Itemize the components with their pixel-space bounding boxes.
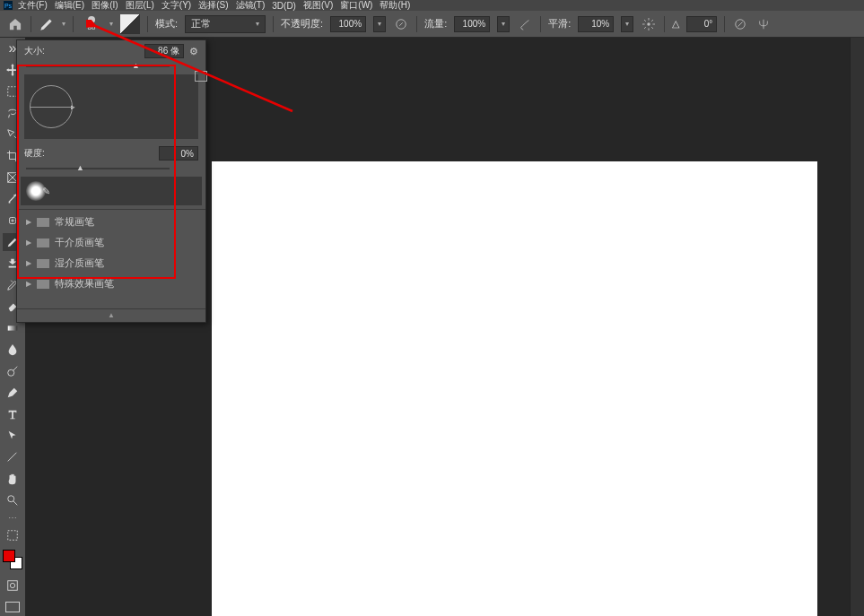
options-bar: ▾ 86 ▾ 模式: 正常 ▾ 不透明度: 100% ▾ 流量: 100% ▾ …	[0, 11, 864, 38]
folder-icon	[37, 239, 49, 247]
tool-hand[interactable]	[3, 470, 22, 488]
color-swatches[interactable]	[3, 550, 22, 569]
right-rail[interactable]	[850, 38, 864, 616]
symmetry-icon[interactable]	[755, 16, 772, 32]
tool-blur[interactable]	[3, 341, 22, 359]
folder-label: 干介质画笔	[55, 236, 104, 249]
tool-shape[interactable]	[3, 448, 22, 466]
menu-bar: Ps 文件(F) 编辑(E) 图像(I) 图层(L) 文字(Y) 选择(S) 滤…	[0, 0, 864, 11]
separator	[416, 16, 417, 32]
brush-preset-panel: 大小: 86 像 ⚙ ▲ ▸ 硬度: 0% ▲ ✎ ▶ 常规画笔 ▶ 干介质画笔…	[16, 39, 206, 323]
hardness-input[interactable]: 0%	[159, 146, 198, 161]
folder-icon	[37, 259, 49, 268]
smoothing-label: 平滑:	[548, 17, 571, 30]
menu-3d[interactable]: 3D(D)	[272, 1, 296, 11]
brush-panel-toggle-icon[interactable]	[120, 14, 140, 34]
brush-folder[interactable]: ▶ 干介质画笔	[17, 232, 205, 253]
flow-chevron[interactable]: ▾	[497, 16, 510, 32]
app-icon: Ps	[4, 1, 13, 10]
tool-dodge[interactable]	[3, 362, 22, 380]
folder-icon	[37, 280, 49, 289]
svg-rect-6	[8, 325, 18, 330]
opacity-input[interactable]: 100%	[330, 16, 366, 32]
tool-path-select[interactable]	[3, 427, 22, 445]
svg-point-11	[10, 583, 14, 587]
svg-point-1	[648, 22, 651, 26]
tool-preset-chevron[interactable]: ▾	[62, 20, 65, 28]
smoothing-gear-icon[interactable]	[641, 16, 657, 32]
chevron-right-icon: ▶	[26, 280, 31, 288]
svg-rect-9	[8, 531, 18, 541]
separator	[724, 16, 725, 32]
flow-label: 流量:	[424, 17, 447, 30]
opacity-label: 不透明度:	[281, 17, 323, 30]
brush-preview: ✎	[21, 177, 202, 205]
separator	[73, 16, 74, 32]
brush-folder[interactable]: ▶ 湿介质画笔	[17, 253, 205, 273]
edit-toolbar-icon[interactable]	[3, 526, 22, 544]
pencil-icon: ✎	[42, 186, 50, 197]
hardness-label: 硬度:	[24, 147, 55, 160]
angle-input[interactable]: 0°	[686, 16, 717, 32]
folder-label: 常规画笔	[55, 215, 94, 229]
airbrush-icon[interactable]	[517, 16, 533, 32]
smoothing-chevron[interactable]: ▾	[621, 16, 633, 32]
more-tools[interactable]: ⋯	[8, 513, 17, 523]
new-preset-icon[interactable]	[195, 71, 207, 82]
svg-point-7	[8, 369, 14, 376]
chevron-right-icon: ▶	[26, 239, 31, 247]
hardness-slider[interactable]: ▲	[17, 164, 205, 173]
brush-dot-icon	[88, 16, 95, 23]
smoothing-input[interactable]: 10%	[578, 16, 614, 32]
opacity-chevron[interactable]: ▾	[373, 16, 386, 32]
screenmode-icon[interactable]	[3, 598, 22, 616]
size-label: 大小:	[24, 45, 55, 57]
quickmask-icon[interactable]	[3, 577, 22, 594]
canvas[interactable]	[212, 161, 817, 616]
home-icon[interactable]	[7, 16, 23, 32]
pressure-opacity-icon[interactable]	[393, 16, 409, 32]
tool-zoom[interactable]	[3, 491, 22, 509]
folder-label: 湿介质画笔	[55, 256, 104, 270]
chevron-right-icon: ▶	[26, 259, 31, 267]
tool-preset-icon[interactable]	[39, 16, 55, 32]
folder-label: 特殊效果画笔	[55, 277, 114, 291]
angle-icon: △	[672, 18, 679, 30]
tool-type[interactable]	[3, 405, 22, 423]
brush-folder[interactable]: ▶ 特殊效果画笔	[17, 273, 205, 294]
flow-input[interactable]: 100%	[454, 16, 490, 32]
separator	[147, 16, 148, 32]
angle-control[interactable]: ▸	[30, 85, 73, 128]
separator	[540, 16, 541, 32]
brush-folder[interactable]: ▶ 常规画笔	[17, 212, 205, 232]
chevron-right-icon: ▶	[26, 218, 31, 226]
size-slider[interactable]: ▲	[17, 62, 205, 71]
separator	[31, 16, 31, 32]
brush-preset-picker[interactable]: 86	[81, 16, 102, 31]
foreground-swatch[interactable]	[3, 550, 15, 562]
separator	[664, 16, 665, 32]
pressure-size-icon[interactable]	[732, 16, 748, 32]
brush-preset-chevron[interactable]: ▾	[109, 20, 113, 28]
mode-label: 模式:	[155, 17, 178, 30]
scroll-down-icon[interactable]: ▲	[17, 311, 205, 322]
brush-size-display: 86	[88, 23, 96, 31]
blend-mode-select[interactable]: 正常 ▾	[185, 15, 266, 33]
svg-rect-10	[8, 581, 18, 591]
size-input[interactable]: 86 像	[144, 44, 184, 58]
separator	[273, 16, 274, 32]
panel-gear-icon[interactable]: ⚙	[189, 46, 198, 57]
tool-pen[interactable]	[3, 384, 22, 402]
blend-mode-value: 正常	[191, 17, 211, 30]
chevron-down-icon: ▾	[256, 20, 259, 28]
svg-point-8	[8, 496, 14, 502]
folder-icon	[37, 218, 49, 227]
